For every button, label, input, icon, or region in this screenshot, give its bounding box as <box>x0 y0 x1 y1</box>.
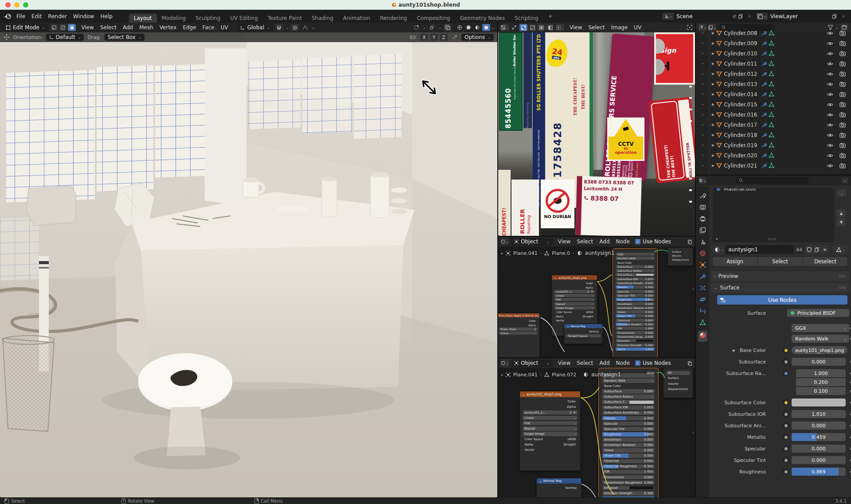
outliner-row[interactable]: ▶ Cylinder.014 <box>696 89 851 99</box>
viewlayer-icon[interactable]: ⌄ <box>756 13 768 20</box>
outliner-row[interactable]: ▶ Cylinder.021 <box>696 160 851 171</box>
material-slot-item[interactable]: Material.000 <box>713 188 834 193</box>
workspace-tab[interactable]: Shading <box>307 14 338 23</box>
outliner-row[interactable]: ▶ Cylinder.009 <box>696 38 851 48</box>
disclosure-icon[interactable]: ▶ <box>712 113 714 117</box>
principled-bsdf-node[interactable]: GGX Random Walk Base Color <box>613 248 658 357</box>
unlink-scene-icon[interactable]: ✕ <box>746 13 753 20</box>
panel-grip[interactable] <box>839 275 847 277</box>
assign-button[interactable]: Assign <box>713 257 757 266</box>
material-output-node[interactable]: All Surface Volume Displacement <box>663 368 693 398</box>
use-nodes-button[interactable]: Use Nodes <box>717 295 847 305</box>
disclosure-icon[interactable]: ▶ <box>712 164 714 168</box>
disable-render-camera-icon[interactable] <box>839 51 846 56</box>
resize-grip[interactable] <box>768 238 777 240</box>
disable-render-camera-icon[interactable] <box>839 31 846 36</box>
drag-dropdown[interactable]: Select Box⌄ <box>105 34 144 41</box>
uv-edge-select-icon[interactable] <box>528 24 536 31</box>
hide-eye-icon[interactable] <box>827 112 833 117</box>
outliner-row[interactable]: ▶ Cylinder.008 <box>696 28 851 38</box>
topbar-menu-item[interactable]: Edit <box>28 13 45 20</box>
bsdf-input-row[interactable]: Subsurface IOR 1.010 <box>616 277 655 281</box>
blender-logo-icon[interactable] <box>4 13 12 20</box>
hide-eye-icon[interactable] <box>827 102 833 107</box>
unlink-material-icon[interactable]: ✕ <box>821 245 829 254</box>
surface-panel-header[interactable]: ⌄ Surface <box>711 283 849 293</box>
bsdf-input-row[interactable]: Emission Strength 0.300 <box>602 491 655 496</box>
hide-eye-icon[interactable] <box>827 163 833 168</box>
material-slot-list[interactable]: Material.000 ▸ <box>713 188 834 242</box>
bsdf-input-row[interactable]: Metallic 0.459 <box>616 285 655 289</box>
use-nodes-checkbox[interactable]: ✓ Use Nodes <box>635 238 671 245</box>
bsdf-input-row[interactable]: Anisotropic Rotation 0.000 <box>602 443 655 447</box>
topbar-menu-item[interactable]: Help <box>97 13 115 20</box>
expand-icon[interactable]: ▸ <box>501 251 503 255</box>
material-preview-shading-icon[interactable] <box>473 24 481 31</box>
edge-select-mode-icon[interactable] <box>59 24 67 31</box>
disclosure-icon[interactable]: ▶ <box>712 62 714 66</box>
disable-render-camera-icon[interactable] <box>839 143 846 148</box>
bsdf-input-row[interactable]: Subsurface Anisotropy 0.000 <box>616 281 655 285</box>
tcom-texture-node[interactable]: TCom_Plastic_Bag01_0.30x0.30_1K_no... Co… <box>498 313 540 357</box>
bsdf-input-row[interactable]: IOR 1.450 <box>616 327 655 330</box>
render-region-icon[interactable] <box>687 25 692 30</box>
bsdf-input-row[interactable]: Specular 0.000 <box>616 290 655 293</box>
normal-map-node[interactable]: ⌄Normal Map Normal <box>536 478 582 497</box>
close-icon[interactable]: ✕ <box>591 290 595 293</box>
topbar-menu-item[interactable]: File <box>13 13 28 20</box>
slot-move-up-button[interactable]: ▲ <box>837 209 846 217</box>
disclosure-icon[interactable]: ▶ <box>712 51 714 55</box>
proportional-editing-icon[interactable] <box>291 24 299 31</box>
shader-menu-item[interactable]: View <box>555 238 574 245</box>
axis-toggle-button[interactable]: Z <box>439 33 448 41</box>
subsurface-anisotropy-slider[interactable]: 0.000 <box>792 422 846 430</box>
hide-eye-icon[interactable] <box>827 143 833 148</box>
tab-object-icon[interactable] <box>699 262 706 268</box>
face-select-mode-icon[interactable] <box>68 24 76 31</box>
sidebar-collapse-icon[interactable]: ‹ <box>692 286 694 291</box>
tab-viewlayer-icon[interactable] <box>699 227 706 234</box>
hide-eye-icon[interactable] <box>827 71 833 77</box>
surface-shader-field[interactable]: Principled BSDF <box>787 309 849 317</box>
disclosure-icon[interactable]: ▶ <box>712 123 714 127</box>
disclosure-icon[interactable]: ▶ <box>712 82 714 86</box>
viewport-menu-item[interactable]: Mesh <box>136 24 156 31</box>
use-nodes-checkbox[interactable]: ✓ Use Nodes <box>635 360 671 366</box>
new-viewlayer-icon[interactable] <box>832 14 837 19</box>
hide-eye-icon[interactable] <box>827 153 833 158</box>
subsurface-radius-y[interactable]: 0.200 <box>796 378 846 386</box>
disable-render-camera-icon[interactable] <box>839 122 846 128</box>
disclosure-icon[interactable]: ▶ <box>712 92 714 96</box>
bsdf-input-row[interactable]: Base Color <box>616 261 655 264</box>
shader1-type-dropdown[interactable]: Object⌄ <box>511 238 553 246</box>
hide-eye-icon[interactable] <box>827 133 833 138</box>
viewport-menu-item[interactable]: Face <box>199 24 218 31</box>
preview-panel-header[interactable]: › Preview <box>711 271 849 281</box>
outliner-row[interactable]: ▶ Cylinder.013 <box>696 79 851 89</box>
bsdf-input-row[interactable]: Specular Tint 0.000 <box>602 427 655 431</box>
subsurface-color-swatch[interactable] <box>792 399 846 406</box>
sidebar-collapse-icon[interactable]: ‹ <box>692 430 694 435</box>
mode-selector[interactable]: Edit Mode⌄ <box>3 23 48 31</box>
bsdf-input-row[interactable]: Clearcoat Roughness 0.304 <box>602 465 655 469</box>
outliner-row[interactable]: ▶ Cylinder.016 <box>696 109 851 120</box>
xray-toggle-icon[interactable] <box>444 24 452 31</box>
outliner-row[interactable]: ▶ Cylinder.010 <box>696 48 851 59</box>
bsdf-input-row[interactable]: Subsurface 0.000 <box>602 389 655 394</box>
workspace-tab[interactable]: UV Editing <box>225 14 263 23</box>
image-texture-node[interactable]: ⌄aunty101_shop1.png Color Alpha aunty101… <box>519 391 581 471</box>
bsdf-input-row[interactable]: Emission <box>602 486 655 490</box>
image-menu-item[interactable]: Image <box>608 24 631 31</box>
disclosure-icon[interactable]: ▶ <box>712 41 714 45</box>
browse-material-icon[interactable]: ⌄ <box>713 245 725 254</box>
disable-render-camera-icon[interactable] <box>839 41 846 46</box>
uv-sync-icon[interactable] <box>511 25 517 31</box>
bsdf-input-row[interactable]: Subsurface Co... <box>602 400 655 404</box>
bsdf-input-row[interactable]: Anisotropic Rotation 0.000 <box>616 306 655 309</box>
viewport-scene[interactable] <box>0 32 497 497</box>
link-mesh-data-icon[interactable]: ⌄ <box>833 245 847 254</box>
bsdf-input-row[interactable]: Subsurface Anisotropy 0.000 <box>602 411 655 415</box>
workspace-tab[interactable]: Sculpting <box>191 14 225 23</box>
tab-output-icon[interactable] <box>699 215 706 222</box>
bsdf-input-row[interactable]: Transmission Roughness 0.000 <box>616 335 655 338</box>
